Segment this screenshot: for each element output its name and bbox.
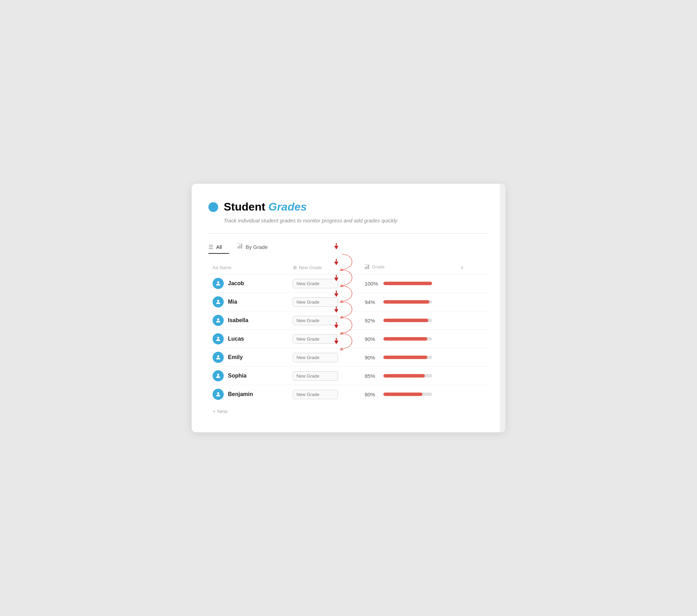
col-header-name: Aa Name xyxy=(208,262,289,274)
svg-rect-6 xyxy=(368,265,369,269)
student-name-cell: Lucas xyxy=(208,330,289,348)
student-name-cell: Benjamin xyxy=(208,385,289,404)
new-grade-input[interactable] xyxy=(293,279,338,288)
new-grade-cell xyxy=(289,348,361,367)
svg-rect-1 xyxy=(239,245,240,249)
table-row: Jacob 100% xyxy=(208,274,489,293)
student-name: Emily xyxy=(228,354,243,360)
table-row: Isabella 92% xyxy=(208,311,489,330)
main-card: Student Grades Track individual student … xyxy=(192,184,505,432)
col-header-hash: # xyxy=(457,262,489,274)
tab-all-label: All xyxy=(216,244,222,250)
hash-cell xyxy=(457,293,489,311)
svg-point-8 xyxy=(217,281,219,283)
new-grade-cell xyxy=(289,293,361,311)
student-name: Mia xyxy=(228,299,237,305)
grade-cell: 94% xyxy=(360,293,457,311)
page-header: Student Grades xyxy=(208,200,489,213)
student-name-cell: Isabella xyxy=(208,311,289,330)
student-name: Jacob xyxy=(228,280,244,287)
avatar xyxy=(213,389,224,400)
col-header-grade: Grade xyxy=(360,262,457,274)
plus-circle-icon: ⊕ xyxy=(293,264,297,271)
new-grade-input[interactable] xyxy=(293,297,338,307)
svg-rect-5 xyxy=(367,266,368,269)
grade-cell: 90% xyxy=(360,330,457,348)
add-new-button[interactable]: + New xyxy=(208,403,489,416)
grade-bar-fill xyxy=(383,337,427,341)
grade-cell: 85% xyxy=(360,367,457,385)
tab-all[interactable]: ☰ All xyxy=(208,241,229,254)
avatar xyxy=(213,370,224,381)
new-grade-cell xyxy=(289,274,361,293)
student-name-cell: Jacob xyxy=(208,274,289,293)
hash-cell xyxy=(457,274,489,293)
tab-by-grade[interactable]: By Grade xyxy=(237,241,275,254)
new-grade-input[interactable] xyxy=(293,390,338,399)
grade-bar-background xyxy=(383,337,432,341)
grade-bar-background xyxy=(383,374,432,378)
header-divider xyxy=(208,233,489,234)
title-italic: Grades xyxy=(268,200,307,213)
grade-percentage: 80% xyxy=(365,391,378,397)
table-row: Mia 94% xyxy=(208,293,489,311)
new-grade-input[interactable] xyxy=(293,334,338,344)
new-grade-cell xyxy=(289,330,361,348)
grade-bar-background xyxy=(383,393,432,396)
grade-bar-fill xyxy=(383,356,427,359)
svg-rect-0 xyxy=(238,246,239,249)
svg-point-9 xyxy=(217,300,219,302)
svg-point-14 xyxy=(217,392,219,394)
table-row: Benjamin 80% xyxy=(208,385,489,404)
grade-bar-fill xyxy=(383,319,428,322)
grade-bar-background xyxy=(383,356,432,359)
hash-cell xyxy=(457,330,489,348)
svg-point-13 xyxy=(217,374,219,376)
student-name: Sophia xyxy=(228,373,246,379)
hash-cell xyxy=(457,367,489,385)
tab-by-grade-label: By Grade xyxy=(246,244,268,250)
student-name-cell: Sophia xyxy=(208,367,289,385)
new-grade-cell xyxy=(289,385,361,404)
hash-cell xyxy=(457,311,489,330)
grade-bar-fill xyxy=(383,282,432,285)
grade-cell: 92% xyxy=(360,311,457,330)
table-row: Emily 90% xyxy=(208,348,489,367)
grade-percentage: 90% xyxy=(365,355,378,360)
svg-point-12 xyxy=(217,355,219,357)
chart-icon xyxy=(237,243,243,250)
student-name: Lucas xyxy=(228,336,244,342)
new-grade-input[interactable] xyxy=(293,371,338,381)
grade-bar-fill xyxy=(383,393,422,396)
grade-bar-background xyxy=(383,282,432,285)
svg-rect-2 xyxy=(241,244,242,249)
grade-cell: 90% xyxy=(360,348,457,367)
grade-percentage: 94% xyxy=(365,299,378,305)
student-name-cell: Emily xyxy=(208,348,289,367)
tab-bar: ☰ All By Grade xyxy=(208,241,489,254)
avatar xyxy=(213,333,224,344)
grades-table: Aa Name ⊕ New Grade xyxy=(208,262,489,403)
student-name: Benjamin xyxy=(228,391,253,397)
grade-chart-icon xyxy=(365,264,370,269)
page-title: Student Grades xyxy=(224,200,307,213)
avatar xyxy=(213,352,224,363)
grade-percentage: 90% xyxy=(365,336,378,342)
grade-percentage: 92% xyxy=(365,318,378,324)
student-name-cell: Mia xyxy=(208,293,289,311)
new-grade-cell xyxy=(289,367,361,385)
title-static: Student xyxy=(224,200,265,213)
new-grade-input[interactable] xyxy=(293,316,338,325)
table-row: Lucas 90% xyxy=(208,330,489,348)
col-header-newgrade: ⊕ New Grade xyxy=(289,262,361,274)
new-grade-cell xyxy=(289,311,361,330)
header-dot-icon xyxy=(208,202,218,212)
grade-percentage: 85% xyxy=(365,373,378,379)
new-grade-input[interactable] xyxy=(293,353,338,362)
list-icon: ☰ xyxy=(208,244,213,250)
grade-bar-fill xyxy=(383,300,429,304)
grade-bar-background xyxy=(383,300,432,304)
hash-cell xyxy=(457,385,489,404)
svg-rect-4 xyxy=(365,267,366,269)
grade-percentage: 100% xyxy=(365,281,378,287)
